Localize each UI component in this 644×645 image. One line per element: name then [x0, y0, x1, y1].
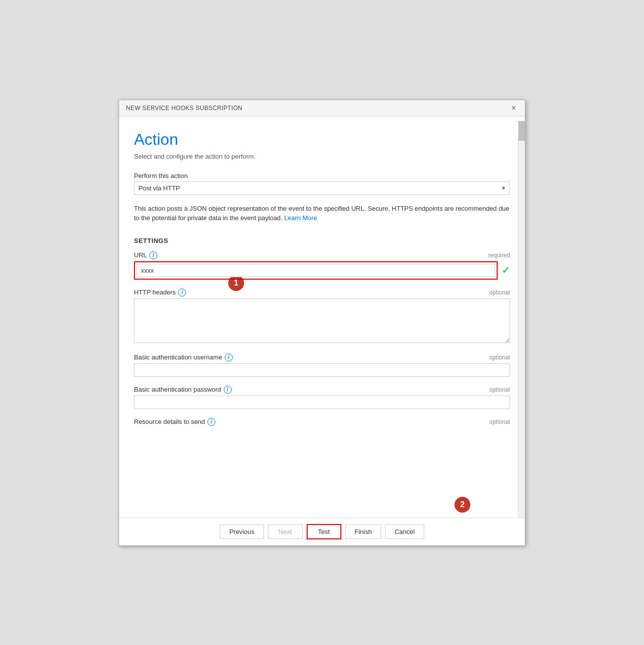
http-headers-info-icon[interactable]: i [178, 289, 186, 296]
url-input[interactable] [136, 264, 495, 277]
action-description: This action posts a JSON object represen… [134, 204, 510, 223]
dialog-title: NEW SERVICE HOOKS SUBSCRIPTION [126, 105, 243, 112]
url-checkmark-icon: ✓ [502, 264, 510, 276]
basic-auth-username-optional-label: optional [489, 354, 510, 361]
url-info-icon[interactable]: i [149, 251, 157, 259]
settings-header: SETTINGS [134, 237, 510, 244]
basic-auth-username-label-row: Basic authentication username i optional [134, 353, 510, 361]
perform-action-select-wrapper: Post via HTTP ▼ [134, 181, 510, 195]
http-headers-textarea[interactable] [134, 298, 510, 343]
dialog-footer: 2 Previous Next Test Finish Cancel [119, 518, 525, 545]
perform-action-select[interactable]: Post via HTTP [134, 181, 510, 195]
dialog-body: 1 Action Select and configure the action… [119, 117, 525, 518]
basic-auth-username-info-icon[interactable]: i [225, 353, 233, 361]
basic-auth-password-optional-label: optional [489, 386, 510, 393]
basic-auth-username-group: Basic authentication username i optional [134, 353, 510, 377]
previous-button[interactable]: Previous [220, 525, 264, 539]
url-highlight-box [134, 261, 498, 280]
basic-auth-password-label: Basic authentication password i [134, 386, 232, 394]
resource-details-label: Resource details to send i [134, 418, 215, 426]
basic-auth-password-label-row: Basic authentication password i optional [134, 386, 510, 394]
resource-details-info-icon[interactable]: i [207, 418, 215, 426]
basic-auth-username-label: Basic authentication username i [134, 353, 233, 361]
url-label: URL i [134, 251, 157, 259]
resource-details-optional-label: optional [489, 418, 510, 425]
basic-auth-password-input[interactable] [134, 396, 510, 409]
dialog-titlebar: NEW SERVICE HOOKS SUBSCRIPTION × [119, 100, 525, 117]
basic-auth-password-info-icon[interactable]: i [224, 386, 232, 394]
url-field-group: URL i required ✓ [134, 251, 510, 280]
page-subtitle: Select and configure the action to perfo… [134, 153, 510, 160]
next-button[interactable]: Next [268, 525, 303, 539]
basic-auth-password-group: Basic authentication password i optional [134, 386, 510, 409]
http-headers-label: HTTP headers i [134, 289, 186, 296]
resource-details-label-row: Resource details to send i optional [134, 418, 510, 426]
http-headers-field-group: HTTP headers i optional [134, 289, 510, 345]
url-label-row: URL i required [134, 251, 510, 259]
test-button[interactable]: Test [307, 524, 341, 539]
url-input-row: ✓ [134, 261, 510, 280]
perform-action-group: Perform this action Post via HTTP ▼ [134, 172, 510, 195]
url-required-label: required [488, 252, 510, 259]
close-button[interactable]: × [510, 104, 518, 112]
http-headers-optional-label: optional [489, 289, 510, 296]
finish-button[interactable]: Finish [345, 525, 382, 539]
cancel-button[interactable]: Cancel [385, 525, 424, 539]
learn-more-link[interactable]: Learn More [284, 214, 317, 222]
annotation-2: 2 [454, 497, 470, 513]
resource-details-group: Resource details to send i optional [134, 418, 510, 426]
perform-action-label: Perform this action [134, 172, 188, 179]
http-headers-label-row: HTTP headers i optional [134, 289, 510, 296]
dialog: NEW SERVICE HOOKS SUBSCRIPTION × ▲ ▼ 1 A… [119, 100, 525, 546]
perform-action-label-row: Perform this action [134, 172, 510, 179]
basic-auth-username-input[interactable] [134, 363, 510, 377]
page-heading: Action [134, 130, 510, 149]
